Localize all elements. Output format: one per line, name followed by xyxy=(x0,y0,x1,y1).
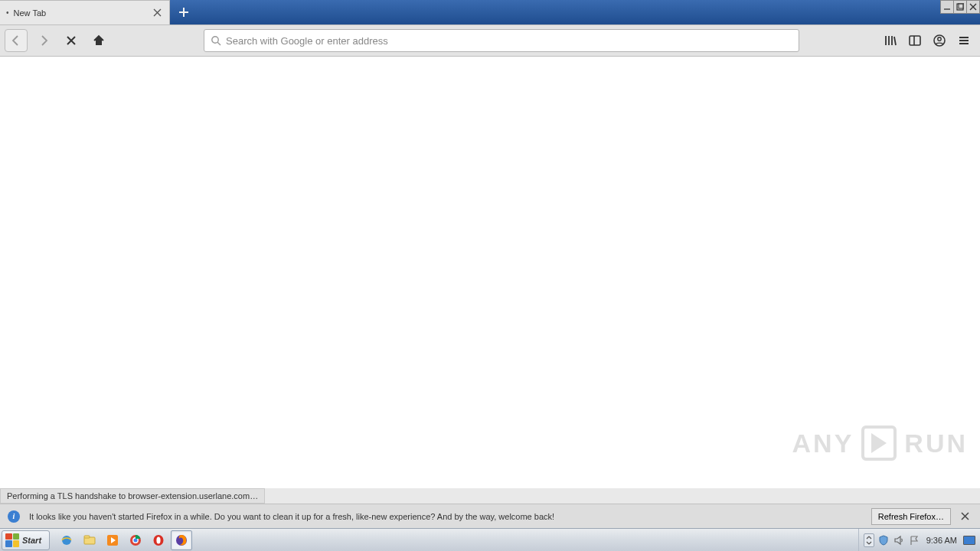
window-titlebar: • New Tab xyxy=(0,0,980,24)
notification-message: It looks like you haven't started Firefo… xyxy=(29,512,554,521)
stop-button[interactable] xyxy=(60,29,83,52)
window-controls xyxy=(941,0,980,14)
tray-clock[interactable]: 9:36 AM xyxy=(926,536,957,545)
svg-rect-4 xyxy=(910,36,920,45)
tab-strip: • New Tab xyxy=(0,0,198,24)
svg-point-3 xyxy=(212,37,218,43)
windows-logo-icon xyxy=(5,533,19,547)
taskbar-opera-icon[interactable] xyxy=(148,530,169,550)
forward-button[interactable] xyxy=(32,29,55,52)
tab-loading-dot: • xyxy=(6,8,9,17)
watermark-left: ANY xyxy=(792,429,854,458)
tray-shield-icon[interactable] xyxy=(877,534,890,546)
taskbar-explorer-icon[interactable] xyxy=(79,530,100,550)
watermark-play-icon xyxy=(861,425,897,461)
account-button[interactable] xyxy=(928,29,951,52)
new-tab-button[interactable] xyxy=(170,0,198,24)
svg-rect-9 xyxy=(84,536,90,538)
library-button[interactable] xyxy=(879,29,902,52)
taskbar-ie-icon[interactable] xyxy=(56,530,77,550)
url-input[interactable] xyxy=(226,35,792,47)
menu-button[interactable] xyxy=(952,29,975,52)
system-tray: 9:36 AM xyxy=(858,529,980,551)
page-content: ANY RUN xyxy=(0,57,980,488)
taskbar-chrome-icon[interactable] xyxy=(125,530,146,550)
svg-rect-2 xyxy=(96,40,102,45)
maximize-button[interactable] xyxy=(953,0,967,14)
notification-close-button[interactable] xyxy=(957,509,972,524)
watermark-right: RUN xyxy=(904,429,968,458)
svg-point-7 xyxy=(62,536,71,545)
start-button[interactable]: Start xyxy=(2,530,50,550)
watermark: ANY RUN xyxy=(792,425,968,461)
svg-point-15 xyxy=(156,536,160,543)
status-bar: Performing a TLS handshake to browser-ex… xyxy=(0,488,980,504)
minimize-button[interactable] xyxy=(940,0,954,14)
browser-tab[interactable]: • New Tab xyxy=(0,0,170,24)
tab-close-button[interactable] xyxy=(151,7,163,19)
tray-expand-button[interactable] xyxy=(864,533,874,547)
refresh-firefox-button[interactable]: Refresh Firefox… xyxy=(871,508,951,525)
toolbar-right-icons xyxy=(879,29,975,52)
back-button[interactable] xyxy=(5,29,28,52)
sidebar-button[interactable] xyxy=(903,29,926,52)
notification-bar: i It looks like you haven't started Fire… xyxy=(0,504,980,528)
tray-monitor-icon[interactable] xyxy=(963,536,975,545)
address-bar[interactable] xyxy=(204,29,799,52)
windows-taskbar: Start 9:36 xyxy=(0,528,980,551)
search-icon xyxy=(211,35,221,46)
taskbar-firefox-icon[interactable] xyxy=(171,530,192,550)
svg-rect-0 xyxy=(957,4,963,10)
tray-flag-icon[interactable] xyxy=(908,534,920,546)
taskbar-media-icon[interactable] xyxy=(102,530,123,550)
close-window-button[interactable] xyxy=(966,0,980,14)
start-label: Start xyxy=(22,536,41,545)
status-text: Performing a TLS handshake to browser-ex… xyxy=(0,488,265,504)
svg-point-6 xyxy=(938,37,941,41)
tray-volume-icon[interactable] xyxy=(893,534,905,546)
quick-launch xyxy=(56,530,192,550)
tab-title: New Tab xyxy=(14,8,151,18)
navigation-toolbar xyxy=(0,24,980,57)
home-button[interactable] xyxy=(87,29,110,52)
address-bar-container xyxy=(204,29,799,52)
info-icon: i xyxy=(8,510,20,523)
